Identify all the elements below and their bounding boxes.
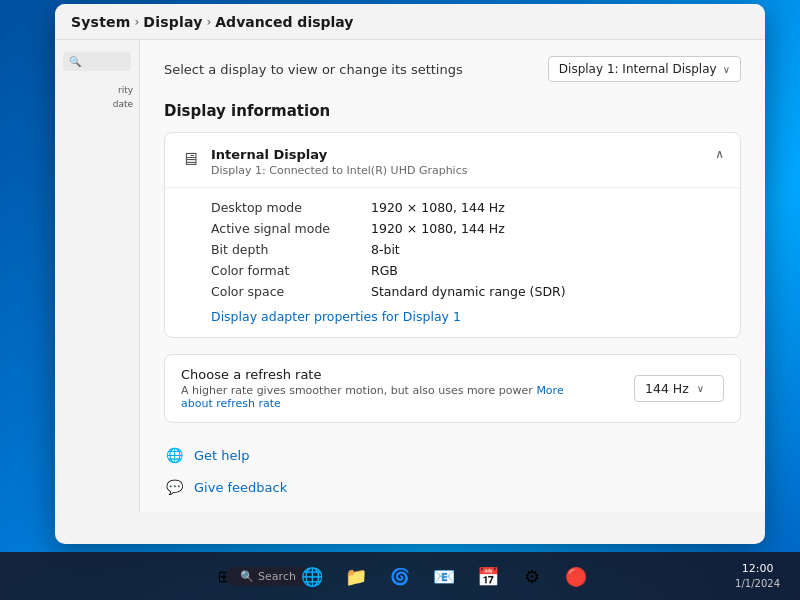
breadcrumb-sep-1: › [135, 15, 140, 29]
display-card-header-left: 🖥 Internal Display Display 1: Connected … [181, 147, 467, 177]
display-info-title: Display information [164, 102, 741, 120]
taskbar-clock: 12:00 1/1/2024 [727, 562, 788, 589]
give-feedback-link[interactable]: Give feedback [194, 480, 287, 495]
taskbar-mail[interactable]: 📧 [424, 556, 464, 596]
display-name-group: Internal Display Display 1: Connected to… [211, 147, 467, 177]
help-section: 🌐 Get help 💬 Give feedback [164, 439, 741, 503]
display-selector-row: Select a display to view or change its s… [164, 56, 741, 82]
taskbar-date: 1/1/2024 [735, 577, 780, 590]
refresh-rate-row: Choose a refresh rate A higher rate give… [164, 354, 741, 423]
refresh-subtitle: A higher rate gives smoother motion, but… [181, 384, 581, 410]
spec-value-bit: 8-bit [371, 242, 400, 257]
spec-color-format: Color format RGB [211, 263, 724, 278]
display-dropdown-label: Display 1: Internal Display [559, 62, 717, 76]
breadcrumb-display[interactable]: Display [143, 14, 202, 30]
spec-value-color-space: Standard dynamic range (SDR) [371, 284, 566, 299]
settings-window: System › Display › Advanced display 🔍 ri… [55, 4, 765, 544]
breadcrumb-bar: System › Display › Advanced display [55, 4, 765, 40]
spec-desktop-mode: Desktop mode 1920 × 1080, 144 Hz [211, 200, 724, 215]
spec-label-desktop: Desktop mode [211, 200, 371, 215]
taskbar-security[interactable]: 🔴 [556, 556, 596, 596]
taskbar-files[interactable]: 📁 [336, 556, 376, 596]
main-panel: Select a display to view or change its s… [140, 40, 765, 512]
taskbar-calendar[interactable]: 📅 [468, 556, 508, 596]
breadcrumb-system[interactable]: System [71, 14, 131, 30]
display-name: Internal Display [211, 147, 467, 162]
taskbar-browser-edge[interactable]: 🌀 [380, 556, 420, 596]
give-feedback-item[interactable]: 💬 Give feedback [164, 471, 741, 503]
search-icon-taskbar: 🔍 [240, 570, 254, 583]
spec-value-color-format: RGB [371, 263, 398, 278]
collapse-button[interactable]: ∧ [715, 147, 724, 161]
display-card-header: 🖥 Internal Display Display 1: Connected … [165, 133, 740, 188]
spec-value-desktop: 1920 × 1080, 144 Hz [371, 200, 505, 215]
refresh-label-group: Choose a refresh rate A higher rate give… [181, 367, 634, 410]
monitor-icon: 🖥 [181, 148, 199, 169]
taskbar-search[interactable]: 🔍 Search [248, 556, 288, 596]
sidebar-label-security: rity [55, 83, 139, 97]
display-selector-dropdown[interactable]: Display 1: Internal Display ∨ [548, 56, 741, 82]
sidebar: 🔍 rity date [55, 40, 140, 512]
taskbar-time: 12:00 [735, 562, 780, 576]
taskbar-search-label: Search [258, 570, 296, 583]
breadcrumb-current: Advanced display [215, 14, 353, 30]
refresh-value: 144 Hz [645, 381, 689, 396]
give-feedback-icon: 💬 [164, 477, 184, 497]
taskbar: ⊞ 🔍 Search 🌐 📁 🌀 📧 📅 ⚙️ 🔴 12:00 1/1/2024 [0, 552, 800, 600]
taskbar-widgets[interactable]: 🌐 [292, 556, 332, 596]
refresh-title: Choose a refresh rate [181, 367, 634, 382]
sidebar-label-date: date [55, 97, 139, 111]
get-help-item[interactable]: 🌐 Get help [164, 439, 741, 471]
adapter-properties-link[interactable]: Display adapter properties for Display 1 [211, 309, 461, 324]
spec-color-space: Color space Standard dynamic range (SDR) [211, 284, 724, 299]
taskbar-right: 12:00 1/1/2024 [727, 562, 788, 589]
spec-signal-mode: Active signal mode 1920 × 1080, 144 Hz [211, 221, 724, 236]
taskbar-center: ⊞ 🔍 Search 🌐 📁 🌀 📧 📅 ⚙️ 🔴 [204, 556, 596, 596]
spec-label-bit: Bit depth [211, 242, 371, 257]
taskbar-settings[interactable]: ⚙️ [512, 556, 552, 596]
search-box[interactable]: 🔍 [63, 52, 131, 71]
dropdown-arrow-icon: ∨ [723, 64, 730, 75]
search-icon: 🔍 [69, 56, 81, 67]
refresh-dropdown-arrow: ∨ [697, 383, 704, 394]
spec-label-color-space: Color space [211, 284, 371, 299]
content-area: 🔍 rity date Select a display to view or … [55, 40, 765, 512]
display-info-card: 🖥 Internal Display Display 1: Connected … [164, 132, 741, 338]
spec-label-color-format: Color format [211, 263, 371, 278]
display-subtitle: Display 1: Connected to Intel(R) UHD Gra… [211, 164, 467, 177]
refresh-dropdown[interactable]: 144 Hz ∨ [634, 375, 724, 402]
breadcrumb-sep-2: › [206, 15, 211, 29]
spec-label-signal: Active signal mode [211, 221, 371, 236]
spec-value-signal: 1920 × 1080, 144 Hz [371, 221, 505, 236]
display-specs: Desktop mode 1920 × 1080, 144 Hz Active … [165, 188, 740, 337]
search-input[interactable] [85, 56, 125, 67]
get-help-link[interactable]: Get help [194, 448, 249, 463]
get-help-icon: 🌐 [164, 445, 184, 465]
spec-bit-depth: Bit depth 8-bit [211, 242, 724, 257]
display-selector-label: Select a display to view or change its s… [164, 62, 463, 77]
